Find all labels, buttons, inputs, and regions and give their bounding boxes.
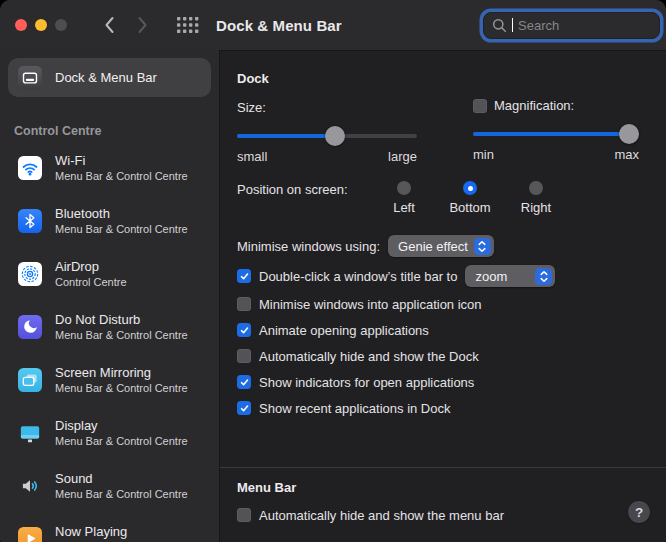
checkbox-minimise-windows-into-application-icon[interactable] xyxy=(237,297,251,311)
magnification-max-label: max xyxy=(614,147,639,162)
grid-icon xyxy=(177,17,200,34)
minimize-button[interactable] xyxy=(35,19,47,31)
dock-section: Dock Size: small large xyxy=(220,51,666,467)
sidebar-item-title: Sound xyxy=(55,470,188,487)
checkbox-label: Animate opening applications xyxy=(259,323,429,338)
sidebar: Dock & Menu Bar Control Centre Wi-Fi Men… xyxy=(0,50,220,542)
sidebar-item-subtitle: Menu Bar & Control Centre xyxy=(55,381,188,395)
zoom-button xyxy=(55,19,67,31)
window-title: Dock & Menu Bar xyxy=(216,17,342,34)
preferences-window: Dock & Menu Bar Search Dock & Menu Bar C… xyxy=(0,0,666,542)
size-label: Size: xyxy=(237,100,266,115)
updown-chevrons-icon xyxy=(535,268,552,285)
bluetooth-icon xyxy=(18,209,42,233)
sidebar-item-list: Wi-Fi Menu Bar & Control Centre Bluetoot… xyxy=(0,151,219,542)
checkbox-animate-opening-applications[interactable] xyxy=(237,323,251,337)
forward-button[interactable] xyxy=(130,12,154,38)
sidebar-selected-label: Dock & Menu Bar xyxy=(55,70,157,85)
sidebar-item-title: AirDrop xyxy=(55,258,127,275)
dock-section-header: Dock xyxy=(237,71,650,86)
checkbox-row: Show indicators for open applications xyxy=(237,373,650,391)
minimise-effect-value: Genie effect xyxy=(398,239,468,254)
speaker-icon xyxy=(18,474,42,498)
sidebar-item-subtitle: Menu Bar & Control Centre xyxy=(55,487,188,501)
titlebar: Dock & Menu Bar Search xyxy=(0,0,666,50)
sidebar-item-subtitle: Menu Bar & Control Centre xyxy=(55,328,188,342)
magnification-min-label: min xyxy=(473,147,494,162)
checkbox-label: Show indicators for open applications xyxy=(259,375,474,390)
magnification-slider[interactable] xyxy=(473,124,639,144)
sidebar-item-title: Wi-Fi xyxy=(55,152,188,169)
sidebar-item-title: Do Not Disturb xyxy=(55,311,188,328)
checkbox-row: Show recent applications in Dock xyxy=(237,399,650,417)
sidebar-item-subtitle: Menu Bar & Control Centre xyxy=(55,222,188,236)
double-click-action-select[interactable]: zoom xyxy=(465,265,555,287)
radio-label: Right xyxy=(521,200,551,215)
sidebar-item-screen-mirroring[interactable]: Screen Mirroring Menu Bar & Control Cent… xyxy=(0,363,219,396)
chevron-right-icon xyxy=(137,16,148,34)
chevron-left-icon xyxy=(104,16,115,34)
checkbox-row: Animate opening applications xyxy=(237,321,650,339)
sidebar-item-now-playing[interactable]: Now Playing Menu Bar & Control Centre xyxy=(0,522,219,542)
checkbox-label: Minimise windows into application icon xyxy=(259,297,482,312)
checkbox-label: Automatically hide and show the Dock xyxy=(259,349,479,364)
sidebar-item-dock-menu-bar[interactable]: Dock & Menu Bar xyxy=(8,58,211,97)
size-min-label: small xyxy=(237,149,267,164)
wifi-icon xyxy=(18,156,42,180)
magnification-slider-knob[interactable] xyxy=(619,124,639,144)
radio-label: Left xyxy=(393,200,415,215)
display-icon xyxy=(18,421,42,445)
double-click-checkbox[interactable] xyxy=(237,269,251,283)
sidebar-item-title: Bluetooth xyxy=(55,205,188,222)
updown-chevrons-icon xyxy=(474,238,491,255)
sidebar-item-do-not-disturb[interactable]: Do Not Disturb Menu Bar & Control Centre xyxy=(0,310,219,343)
position-label: Position on screen: xyxy=(237,181,371,215)
sidebar-item-title: Screen Mirroring xyxy=(55,364,188,381)
sidebar-item-sound[interactable]: Sound Menu Bar & Control Centre xyxy=(0,469,219,502)
dock-size-slider[interactable] xyxy=(237,126,417,146)
checkbox-row: Minimise windows into application icon xyxy=(237,295,650,313)
search-input[interactable]: Search xyxy=(483,12,660,39)
close-button[interactable] xyxy=(15,19,27,31)
moon-icon xyxy=(18,315,42,339)
dock-icon xyxy=(18,66,42,90)
dock-checkbox-list: Minimise windows into application icon A… xyxy=(237,295,650,417)
position-radio-group: Left Bottom Right xyxy=(371,181,569,215)
airdrop-icon xyxy=(18,262,42,286)
sidebar-item-title: Display xyxy=(55,417,188,434)
minimise-effect-select[interactable]: Genie effect xyxy=(388,235,494,257)
size-slider-knob[interactable] xyxy=(325,126,345,146)
sidebar-item-airdrop[interactable]: AirDrop Control Centre xyxy=(0,257,219,290)
sidebar-item-display[interactable]: Display Menu Bar & Control Centre xyxy=(0,416,219,449)
search-placeholder: Search xyxy=(518,18,559,33)
size-max-label: large xyxy=(388,149,417,164)
magnification-label: Magnification: xyxy=(494,98,574,113)
sidebar-item-subtitle: Menu Bar & Control Centre xyxy=(55,169,188,183)
search-icon xyxy=(492,18,507,33)
help-button[interactable]: ? xyxy=(628,501,650,523)
radio-label: Bottom xyxy=(449,200,490,215)
hide-menu-bar-label: Automatically hide and show the menu bar xyxy=(259,508,504,523)
double-click-label: Double-click a window’s title bar to xyxy=(259,269,457,284)
sidebar-item-subtitle: Menu Bar & Control Centre xyxy=(55,434,188,448)
sidebar-section-header: Control Centre xyxy=(14,124,219,138)
position-radio-right[interactable] xyxy=(529,181,543,195)
hide-menu-bar-checkbox[interactable] xyxy=(237,508,251,522)
checkbox-show-recent-applications-in-dock[interactable] xyxy=(237,401,251,415)
play-icon xyxy=(18,527,42,542)
main-panel: Dock Size: small large xyxy=(220,50,666,542)
show-all-button[interactable] xyxy=(177,17,200,34)
position-radio-bottom[interactable] xyxy=(463,181,477,195)
sidebar-item-title: Now Playing xyxy=(55,523,188,540)
sidebar-item-bluetooth[interactable]: Bluetooth Menu Bar & Control Centre xyxy=(0,204,219,237)
magnification-checkbox[interactable] xyxy=(473,99,487,113)
checkbox-automatically-hide-and-show-the-dock[interactable] xyxy=(237,349,251,363)
checkbox-show-indicators-for-open-applications[interactable] xyxy=(237,375,251,389)
sidebar-item-subtitle: Control Centre xyxy=(55,275,127,289)
sidebar-item-wi-fi[interactable]: Wi-Fi Menu Bar & Control Centre xyxy=(0,151,219,184)
menu-bar-header: Menu Bar xyxy=(237,480,650,495)
back-button[interactable] xyxy=(97,12,121,38)
position-radio-left[interactable] xyxy=(397,181,411,195)
double-click-action-value: zoom xyxy=(475,269,507,284)
text-caret xyxy=(512,18,513,32)
